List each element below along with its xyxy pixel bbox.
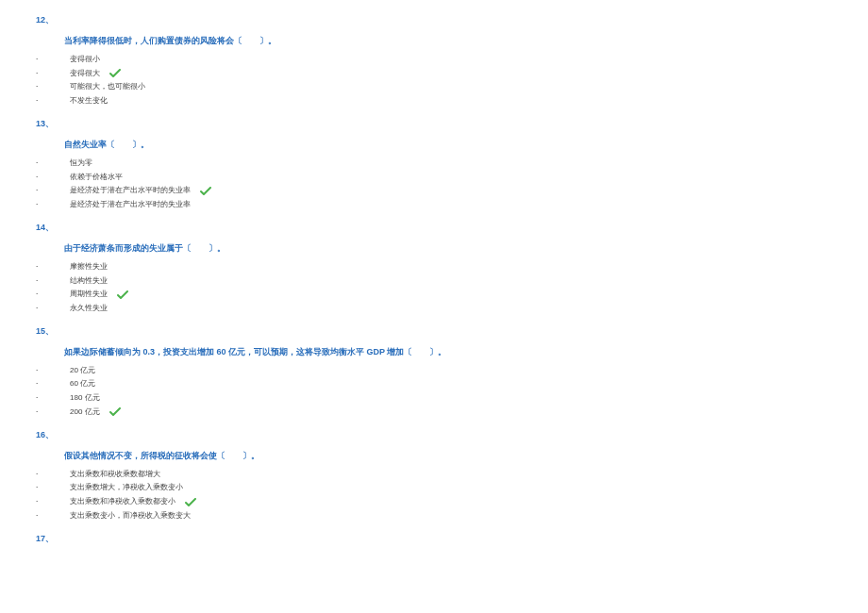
option-bullet: · — [36, 261, 70, 273]
option-bullet: · — [36, 199, 70, 211]
option-row: ·永久性失业 — [36, 303, 832, 315]
question-number: 15、 — [36, 324, 832, 338]
checkmark-icon — [109, 407, 121, 417]
option-text: 支出乘数和净税收入乘数都变小 — [70, 496, 175, 508]
checkmark-icon — [109, 69, 121, 78]
option-text: 周期性失业 — [70, 289, 108, 301]
option-row: ·依赖于价格水平 — [36, 172, 832, 184]
option-text: 支出乘数和税收乘数都增大 — [70, 469, 160, 481]
question-stem: 假设其他情况不变，所得税的征收将会使〔 〕。 — [64, 449, 832, 462]
option-row: ·20 亿元 — [36, 365, 832, 377]
option-row: ·是经济处于潜在产出水平时的失业率 — [36, 185, 832, 197]
question-block: 17、 — [36, 532, 832, 545]
option-bullet: · — [36, 81, 70, 93]
question-block: 12、当利率降得很低时，人们购置债券的风险将会〔 〕。·变得很小·变得很大·可能… — [36, 13, 832, 108]
option-bullet: · — [36, 392, 70, 405]
question-stem: 当利率降得很低时，人们购置债券的风险将会〔 〕。 — [64, 34, 832, 47]
option-row: ·不发生变化 — [36, 95, 832, 108]
option-text: 20 亿元 — [70, 365, 95, 377]
option-row: ·支出乘数和净税收入乘数都变小 — [36, 496, 832, 508]
option-text: 恒为零 — [70, 157, 92, 170]
option-bullet: · — [36, 157, 70, 170]
option-bullet: · — [36, 378, 70, 390]
question-number: 16、 — [36, 428, 832, 441]
option-text: 是经济处于潜在产出水平时的失业率 — [70, 185, 191, 197]
option-text: 变得很小 — [70, 54, 100, 66]
option-row: ·结构性失业 — [36, 275, 832, 288]
option-text: 支出乘数增大，净税收入乘数变小 — [70, 482, 183, 494]
option-row: ·变得很小 — [36, 54, 832, 66]
option-text: 180 亿元 — [70, 392, 100, 405]
option-text: 依赖于价格水平 — [70, 172, 123, 184]
checkmark-icon — [185, 498, 196, 507]
question-number: 13、 — [36, 117, 832, 130]
option-row: ·支出乘数变小，而净税收入乘数变大 — [36, 510, 832, 522]
question-number: 14、 — [36, 221, 832, 234]
option-row: ·恒为零 — [36, 157, 832, 170]
question-block: 16、假设其他情况不变，所得税的征收将会使〔 〕。·支出乘数和税收乘数都增大·支… — [36, 428, 832, 522]
option-bullet: · — [36, 469, 70, 481]
option-bullet: · — [36, 185, 70, 197]
option-bullet: · — [36, 95, 70, 108]
option-row: ·周期性失业 — [36, 289, 832, 301]
option-row: ·支出乘数增大，净税收入乘数变小 — [36, 482, 832, 494]
question-number: 17、 — [36, 532, 832, 545]
option-bullet: · — [36, 510, 70, 522]
option-text: 不发生变化 — [70, 95, 108, 108]
question-block: 14、由于经济萧条而形成的失业属于〔 〕。·摩擦性失业·结构性失业·周期性失业·… — [36, 221, 832, 315]
option-text: 永久性失业 — [70, 303, 108, 315]
option-bullet: · — [36, 289, 70, 301]
option-row: ·支出乘数和税收乘数都增大 — [36, 469, 832, 481]
option-bullet: · — [36, 172, 70, 184]
question-block: 13、自然失业率〔 〕。·恒为零·依赖于价格水平·是经济处于潜在产出水平时的失业… — [36, 117, 832, 211]
option-text: 摩擦性失业 — [70, 261, 108, 273]
question-stem: 自然失业率〔 〕。 — [64, 138, 832, 151]
question-number: 12、 — [36, 13, 832, 26]
option-text: 支出乘数变小，而净税收入乘数变大 — [70, 510, 191, 522]
option-row: ·60 亿元 — [36, 378, 832, 390]
question-stem: 如果边际储蓄倾向为 0.3，投资支出增加 60 亿元，可以预期，这将导致均衡水平… — [64, 345, 832, 358]
option-row: ·可能很大，也可能很小 — [36, 81, 832, 93]
option-row: ·是经济处于潜在产出水平时的失业率 — [36, 199, 832, 211]
question-block: 15、如果边际储蓄倾向为 0.3，投资支出增加 60 亿元，可以预期，这将导致均… — [36, 324, 832, 419]
option-text: 60 亿元 — [70, 378, 95, 390]
option-bullet: · — [36, 496, 70, 508]
option-bullet: · — [36, 54, 70, 66]
checkmark-icon — [117, 290, 128, 300]
question-stem: 由于经济萧条而形成的失业属于〔 〕。 — [64, 241, 832, 255]
option-text: 变得很大 — [70, 68, 100, 80]
option-text: 是经济处于潜在产出水平时的失业率 — [70, 199, 191, 211]
option-bullet: · — [36, 482, 70, 494]
option-bullet: · — [36, 303, 70, 315]
option-row: ·180 亿元 — [36, 392, 832, 405]
option-text: 200 亿元 — [70, 406, 100, 419]
checkmark-icon — [200, 187, 211, 196]
option-bullet: · — [36, 406, 70, 419]
option-row: ·摩擦性失业 — [36, 261, 832, 273]
option-row: ·200 亿元 — [36, 406, 832, 419]
option-text: 结构性失业 — [70, 275, 108, 288]
option-text: 可能很大，也可能很小 — [70, 81, 145, 93]
option-row: ·变得很大 — [36, 68, 832, 80]
option-bullet: · — [36, 365, 70, 377]
option-bullet: · — [36, 68, 70, 80]
option-bullet: · — [36, 275, 70, 288]
